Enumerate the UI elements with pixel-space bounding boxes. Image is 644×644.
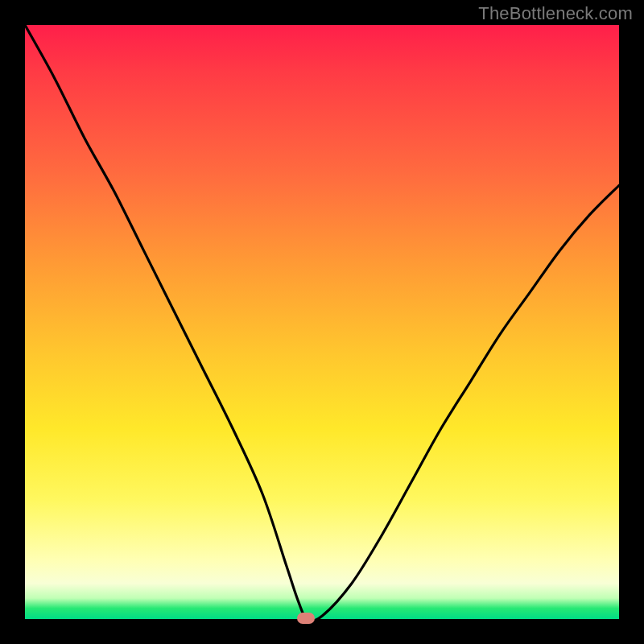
- curve-svg: [25, 25, 619, 619]
- optimum-marker: [297, 613, 315, 624]
- plot-area: [25, 25, 619, 619]
- watermark-text: TheBottleneck.com: [478, 3, 633, 24]
- bottleneck-curve-path: [25, 25, 619, 619]
- chart-stage: TheBottleneck.com: [0, 0, 644, 644]
